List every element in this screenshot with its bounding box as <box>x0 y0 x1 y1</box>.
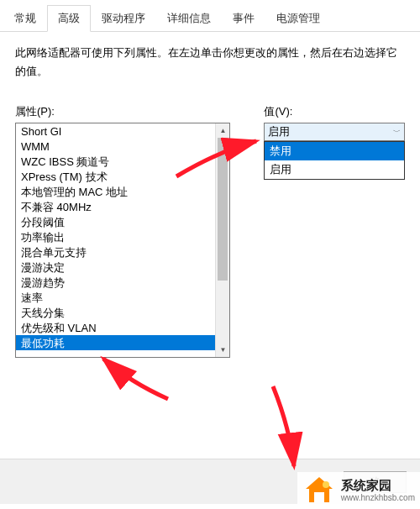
watermark-logo-icon <box>302 474 336 507</box>
properties-dialog: 常规 高级 驱动程序 详细信息 事件 电源管理 此网络适配器可使用下列属性。在左… <box>0 0 420 509</box>
watermark-title: 系统家园 <box>341 479 415 493</box>
tab-details[interactable]: 详细信息 <box>156 5 222 31</box>
list-item[interactable]: 不兼容 40MHz <box>16 199 215 214</box>
value-combobox[interactable]: 启用 ﹀ <box>264 123 405 141</box>
property-label: 属性(P): <box>15 104 230 119</box>
scroll-thumb[interactable] <box>218 138 228 281</box>
property-listbox[interactable]: Short GI WMM WZC IBSS 频道号 XPress (TM) 技术… <box>15 123 230 358</box>
list-item[interactable]: 漫游趋势 <box>16 275 215 290</box>
value-label: 值(V): <box>264 104 405 119</box>
tab-events[interactable]: 事件 <box>222 5 265 31</box>
list-item[interactable]: 天线分集 <box>16 305 215 320</box>
value-current: 启用 <box>268 124 290 139</box>
svg-point-1 <box>323 481 329 488</box>
list-item[interactable]: WMM <box>16 139 215 154</box>
watermark-subtitle: www.hnzkhbsb.com <box>341 493 415 502</box>
list-item[interactable]: 混合单元支持 <box>16 244 215 260</box>
scroll-up-icon[interactable]: ▲ <box>216 123 229 138</box>
list-item[interactable]: XPress (TM) 技术 <box>16 169 215 184</box>
list-item[interactable]: 本地管理的 MAC 地址 <box>16 184 215 199</box>
value-dropdown[interactable]: 禁用 启用 <box>264 141 405 180</box>
list-item[interactable]: WZC IBSS 频道号 <box>16 154 215 169</box>
list-item[interactable]: 速率 <box>16 290 215 305</box>
svg-rect-0 <box>314 492 324 502</box>
list-item[interactable]: 最低功耗 <box>16 335 215 350</box>
tab-advanced[interactable]: 高级 <box>47 5 91 32</box>
tab-driver[interactable]: 驱动程序 <box>91 5 156 31</box>
list-item[interactable]: 功率输出 <box>16 229 215 244</box>
chevron-down-icon: ﹀ <box>393 127 401 138</box>
scroll-down-icon[interactable]: ▼ <box>216 343 229 357</box>
dropdown-option[interactable]: 启用 <box>265 160 404 179</box>
watermark: 系统家园 www.hnzkhbsb.com <box>297 472 420 509</box>
dropdown-option[interactable]: 禁用 <box>265 142 404 160</box>
tab-general[interactable]: 常规 <box>3 5 47 31</box>
list-item[interactable]: Short GI <box>16 123 215 139</box>
list-item[interactable]: 漫游决定 <box>16 260 215 275</box>
list-item[interactable]: 优先级和 VLAN <box>16 320 215 335</box>
tab-power[interactable]: 电源管理 <box>265 5 331 31</box>
tab-content: 此网络适配器可使用下列属性。在左边单击你想更改的属性，然后在右边选择它的值。 属… <box>0 32 420 370</box>
list-item[interactable]: 分段阈值 <box>16 214 215 229</box>
listbox-scrollbar[interactable]: ▲ ▼ <box>215 123 229 357</box>
description-text: 此网络适配器可使用下列属性。在左边单击你想更改的属性，然后在右边选择它的值。 <box>15 44 405 81</box>
tab-bar: 常规 高级 驱动程序 详细信息 事件 电源管理 <box>0 3 420 32</box>
